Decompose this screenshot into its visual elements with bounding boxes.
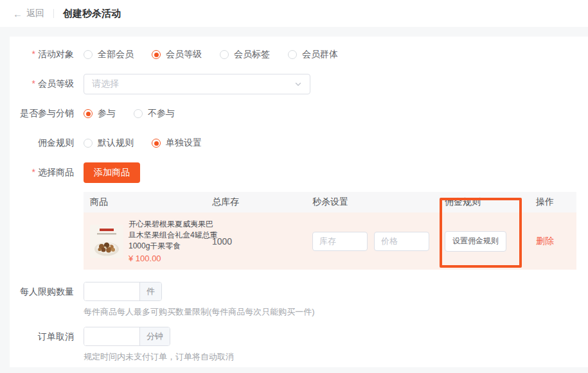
purchase-limit-label: 每人限购数量	[10, 282, 74, 301]
radio-member-level[interactable]: 会员等级	[152, 49, 202, 60]
radio-label: 会员等级	[166, 49, 202, 60]
order-cancel-label: 订单取消	[10, 327, 74, 346]
action-cell: 删除	[536, 235, 576, 247]
row-order-cancel: 订单取消 分钟 规定时间内未支付订单，订单将自动取消	[10, 327, 588, 363]
radio-label: 单独设置	[166, 137, 202, 149]
order-cancel-hint: 规定时间内未支付订单，订单将自动取消	[84, 351, 234, 363]
radio-label: 会员标签	[234, 49, 270, 60]
radio-checked-icon	[152, 50, 161, 59]
distribution-options: 参与 不参与	[84, 108, 193, 119]
radio-label: 默认规则	[98, 137, 134, 149]
col-seckill-setting: 秒杀设置	[312, 196, 445, 208]
row-select-product: 选择商品 添加商品	[10, 162, 588, 183]
select-product-label: 选择商品	[10, 167, 74, 178]
commission-cell: 设置佣金规则	[445, 231, 536, 252]
col-commission-rule: 佣金规则	[445, 196, 536, 208]
radio-separate-setting[interactable]: 单独设置	[152, 137, 202, 149]
radio-all-members[interactable]: 全部会员	[84, 49, 134, 60]
table-row: 开心果碧根果夏威夷果巴旦木坚果组合礼盒4罐总重1000g干果零食 ¥ 100.0…	[84, 213, 576, 270]
order-cancel-group: 分钟	[84, 327, 170, 346]
radio-checked-icon	[84, 109, 93, 118]
product-cell: 开心果碧根果夏威夷果巴旦木坚果组合礼盒4罐总重1000g干果零食 ¥ 100.0…	[84, 219, 212, 263]
radio-member-group[interactable]: 会员群体	[288, 49, 338, 60]
row-distribution: 是否参与分销 参与 不参与	[10, 103, 588, 124]
row-member-level: 会员等级 请选择	[10, 74, 588, 94]
product-image	[90, 225, 123, 258]
purchase-limit-group: 件	[84, 282, 162, 301]
member-level-select[interactable]: 请选择	[84, 74, 310, 94]
radio-icon	[84, 139, 93, 148]
row-activity-target: 活动对象 全部会员 会员等级 会员标签 会员群体	[10, 44, 588, 65]
member-level-label: 会员等级	[10, 78, 74, 90]
row-commission-rule: 佣金规则 默认规则 单独设置	[10, 133, 588, 153]
radio-checked-icon	[152, 139, 161, 148]
price-input[interactable]	[374, 232, 429, 251]
radio-join[interactable]: 参与	[84, 108, 116, 119]
seckill-setting-cell	[312, 232, 445, 251]
table-header: 商品 总库存 秒杀设置 佣金规则 操作	[84, 192, 576, 213]
radio-label: 全部会员	[98, 49, 134, 60]
row-purchase-limit: 每人限购数量 件 每件商品每人最多可购买数量限制(每件商品每次只能购买一件)	[10, 282, 588, 318]
stock-input[interactable]	[312, 232, 368, 251]
delete-link[interactable]: 删除	[536, 236, 554, 246]
product-info: 开心果碧根果夏威夷果巴旦木坚果组合礼盒4罐总重1000g干果零食 ¥ 100.0…	[129, 219, 218, 263]
activity-target-options: 全部会员 会员等级 会员标签 会员群体	[84, 49, 356, 60]
total-stock-cell: 1000	[212, 236, 312, 247]
radio-icon	[134, 109, 143, 118]
page-title: 创建秒杀活动	[63, 8, 121, 20]
col-action: 操作	[536, 196, 576, 208]
radio-member-tag[interactable]: 会员标签	[220, 49, 270, 60]
radio-icon	[220, 50, 229, 59]
chevron-down-icon	[294, 80, 302, 88]
product-table: 商品 总库存 秒杀设置 佣金规则 操作	[84, 192, 576, 270]
radio-icon	[84, 50, 93, 59]
topbar-divider	[53, 9, 54, 18]
set-commission-button[interactable]: 设置佣金规则	[445, 231, 506, 252]
back-button[interactable]: ← 返回	[13, 8, 44, 19]
purchase-limit-input[interactable]	[84, 282, 139, 300]
radio-label: 会员群体	[302, 49, 338, 60]
activity-target-label: 活动对象	[10, 49, 74, 60]
add-product-button[interactable]: 添加商品	[84, 162, 140, 183]
back-arrow-icon: ←	[13, 9, 22, 19]
distribution-label: 是否参与分销	[10, 108, 74, 119]
commission-rule-options: 默认规则 单独设置	[84, 137, 220, 149]
order-cancel-unit: 分钟	[139, 327, 170, 345]
col-total-stock: 总库存	[212, 196, 312, 208]
order-cancel-input[interactable]	[84, 327, 139, 345]
radio-label: 不参与	[148, 108, 175, 119]
commission-rule-label: 佣金规则	[10, 137, 74, 149]
purchase-limit-unit: 件	[139, 282, 161, 300]
select-placeholder: 请选择	[92, 78, 119, 90]
purchase-limit-hint: 每件商品每人最多可购买数量限制(每件商品每次只能购买一件)	[84, 306, 315, 318]
topbar: ← 返回 创建秒杀活动	[0, 0, 588, 27]
back-label: 返回	[26, 8, 44, 19]
product-price: ¥ 100.00	[129, 254, 218, 263]
product-name: 开心果碧根果夏威夷果巴旦木坚果组合礼盒4罐总重1000g干果零食	[129, 219, 218, 252]
form-card: 活动对象 全部会员 会员等级 会员标签 会员群体 会员等级 请选	[10, 37, 588, 367]
radio-default-rule[interactable]: 默认规则	[84, 137, 134, 149]
radio-icon	[288, 50, 297, 59]
col-product: 商品	[84, 196, 212, 208]
total-stock-value: 1000	[212, 236, 232, 247]
radio-not-join[interactable]: 不参与	[134, 108, 175, 119]
radio-label: 参与	[98, 108, 116, 119]
